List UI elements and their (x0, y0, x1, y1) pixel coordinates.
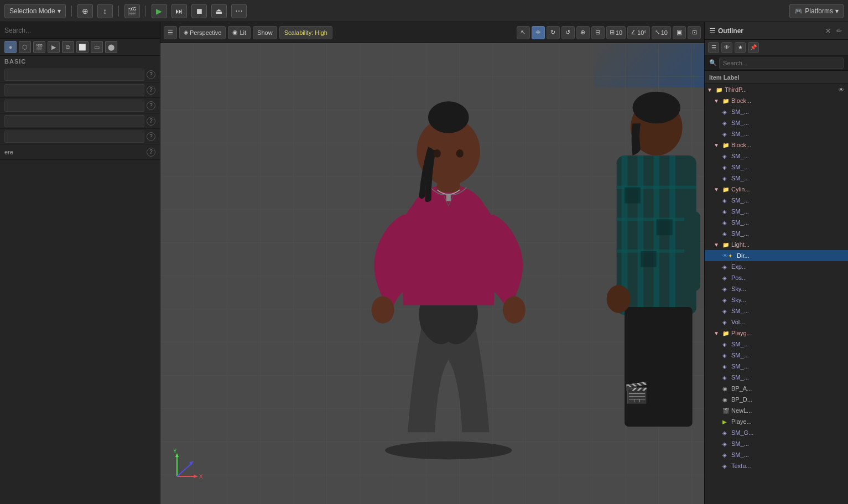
property-field-2[interactable] (4, 84, 144, 96)
move-tool-button[interactable]: ✛ (532, 26, 545, 39)
tree-item-thirdp[interactable]: ▼ 📁 ThirdP... 👁 (705, 84, 848, 95)
tree-item-sky2[interactable]: ◈ Sky... (705, 294, 848, 305)
property-help-5[interactable]: ? (147, 132, 155, 141)
rotate-button[interactable]: ↺ (561, 26, 575, 39)
perspective-button[interactable]: ◈ Perspective (179, 26, 226, 39)
visibility-icon-thirdp[interactable]: 👁 (837, 87, 846, 93)
tree-item-sm1[interactable]: ◈ SM_... (705, 106, 848, 117)
tree-label-bpd: BP_D... (731, 396, 752, 403)
tree-item-block2[interactable]: ▼ 📁 Block... (705, 139, 848, 150)
refresh-button[interactable]: ↻ (547, 26, 560, 39)
svg-point-0 (385, 441, 512, 460)
cinematic-button[interactable]: 🎬 (124, 4, 140, 18)
tree-item-exp[interactable]: ◈ Exp... (705, 261, 848, 272)
panel-icon-play[interactable]: ▶ (48, 41, 60, 53)
transform-button[interactable]: ⊕ (77, 4, 93, 18)
outliner-eye-button[interactable]: 👁 (721, 42, 732, 53)
tree-item-sm12[interactable]: ◈ SM_... (705, 339, 848, 350)
tree-label-block2: Block... (731, 142, 751, 148)
tree-label-sm14: SM_... (731, 363, 749, 370)
viewport[interactable]: ☰ ◈ Perspective ◉ Lit Show Scalability: … (160, 22, 704, 504)
show-button[interactable]: Show (253, 26, 277, 39)
tree-item-block1[interactable]: ▼ 📁 Block... (705, 95, 848, 106)
outliner-close-button[interactable]: ✕ (824, 27, 833, 35)
sphere-help[interactable]: ? (147, 148, 155, 157)
lit-button[interactable]: ◉ Lit (228, 26, 251, 39)
outliner-star-button[interactable]: ★ (735, 42, 746, 53)
select-tool-button[interactable]: ↖ (517, 26, 530, 39)
transform-2-button[interactable]: ↕ (97, 4, 113, 18)
panel-icon-overlap[interactable]: ⧉ (62, 41, 74, 53)
tree-item-sm11[interactable]: ◈ SM_... (705, 305, 848, 316)
more-options-button[interactable]: ⋯ (231, 4, 247, 18)
tree-label-thirdp: ThirdP... (725, 86, 747, 93)
property-field-1[interactable] (4, 69, 144, 81)
tree-item-sky1[interactable]: ◈ Sky... (705, 283, 848, 294)
tree-item-sm5[interactable]: ◈ SM_... (705, 162, 848, 173)
tree-item-dir[interactable]: 👁 ✦ Dir... (705, 250, 848, 261)
panel-icon-film[interactable]: 🎬 (33, 41, 45, 53)
tree-item-sm17[interactable]: ◈ SM_... (705, 449, 848, 460)
tree-item-sm4[interactable]: ◈ SM_... (705, 150, 848, 162)
globe-button[interactable]: ⊕ (576, 26, 590, 39)
dropdown-arrow-icon: ▾ (58, 7, 61, 15)
panel-icon-rect[interactable]: ▭ (91, 41, 103, 53)
tree-label-sm13: SM_... (731, 352, 749, 358)
layout-button[interactable]: ▣ (673, 26, 686, 39)
property-help-3[interactable]: ? (147, 101, 155, 110)
tree-item-sm2[interactable]: ◈ SM_... (705, 117, 848, 128)
viewport-menu-button[interactable]: ☰ (164, 26, 177, 39)
outliner-settings-button[interactable]: ✏ (835, 27, 844, 35)
tree-item-sm3[interactable]: ◈ SM_... (705, 128, 848, 139)
tree-item-sm16[interactable]: ◈ SM_... (705, 438, 848, 449)
outliner-pin-button[interactable]: 📌 (748, 42, 759, 53)
tree-label-vol: Vol... (731, 319, 745, 325)
property-row-3: ? (0, 98, 160, 113)
angle-size-button[interactable]: ∠ 10° (627, 26, 650, 39)
panel-icon-circle[interactable]: ⬤ (105, 41, 117, 53)
eject-button[interactable]: ⏏ (211, 4, 227, 18)
scale-size-button[interactable]: ⤡ 10 (652, 26, 671, 39)
left-panel-search-input[interactable] (4, 27, 155, 34)
property-field-3[interactable] (4, 100, 144, 112)
skip-button[interactable]: ⏭ (171, 4, 187, 18)
tree-item-textu[interactable]: ◈ Textu... (705, 460, 848, 471)
panel-icon-hex[interactable]: ⬡ (19, 41, 31, 53)
tree-item-playe[interactable]: ▶ Playe... (705, 416, 848, 427)
svg-rect-25 (684, 211, 700, 291)
outliner-search-input[interactable] (719, 58, 844, 69)
outliner-filter-button[interactable]: ☰ (708, 42, 719, 53)
tree-item-sm10[interactable]: ◈ SM_... (705, 228, 848, 239)
tree-item-playg[interactable]: ▼ 📁 Playg... (705, 328, 848, 339)
platforms-button[interactable]: 🎮 Platforms ▾ (789, 4, 844, 18)
panel-icon-sphere[interactable]: ● (4, 41, 17, 53)
tree-item-sm7[interactable]: ◈ SM_... (705, 195, 848, 206)
property-help-1[interactable]: ? (147, 70, 155, 79)
tree-item-cylin[interactable]: ▼ 📁 Cylin... (705, 184, 848, 195)
tree-item-sm13[interactable]: ◈ SM_... (705, 350, 848, 361)
play-button[interactable]: ▶ (152, 4, 167, 18)
selection-mode-button[interactable]: Selection Mode ▾ (4, 4, 66, 18)
tree-item-sm9[interactable]: ◈ SM_... (705, 217, 848, 228)
grid-size-button[interactable]: ⊞ 10 (606, 26, 626, 39)
tree-item-sm8[interactable]: ◈ SM_... (705, 206, 848, 217)
tree-item-smg[interactable]: ◈ SM_G... (705, 427, 848, 438)
maximize-button[interactable]: ⊡ (688, 26, 701, 39)
tree-item-light[interactable]: ▼ 📁 Light... (705, 239, 848, 250)
panel-icon-square[interactable]: ⬜ (76, 41, 89, 53)
snap-button[interactable]: ⊟ (591, 26, 605, 39)
property-field-4[interactable] (4, 115, 144, 127)
tree-item-newl[interactable]: 🎬 NewL... (705, 405, 848, 416)
tree-item-bpd[interactable]: ◉ BP_D... (705, 394, 848, 405)
property-help-2[interactable]: ? (147, 86, 155, 95)
tree-item-bpa[interactable]: ◉ BP_A... (705, 383, 848, 394)
property-field-5[interactable] (4, 131, 144, 143)
tree-item-vol[interactable]: ◈ Vol... (705, 316, 848, 328)
property-help-4[interactable]: ? (147, 117, 155, 126)
tree-item-sm15[interactable]: ◈ SM_... (705, 372, 848, 383)
tree-item-sm6[interactable]: ◈ SM_... (705, 173, 848, 184)
tree-item-sm14[interactable]: ◈ SM_... (705, 361, 848, 372)
stop-button[interactable]: ⏹ (191, 4, 207, 18)
tree-item-pos[interactable]: ◈ Pos... (705, 272, 848, 283)
outliner-tree[interactable]: ▼ 📁 ThirdP... 👁 ▼ 📁 Block... ◈ SM_... ◈ … (705, 84, 848, 504)
